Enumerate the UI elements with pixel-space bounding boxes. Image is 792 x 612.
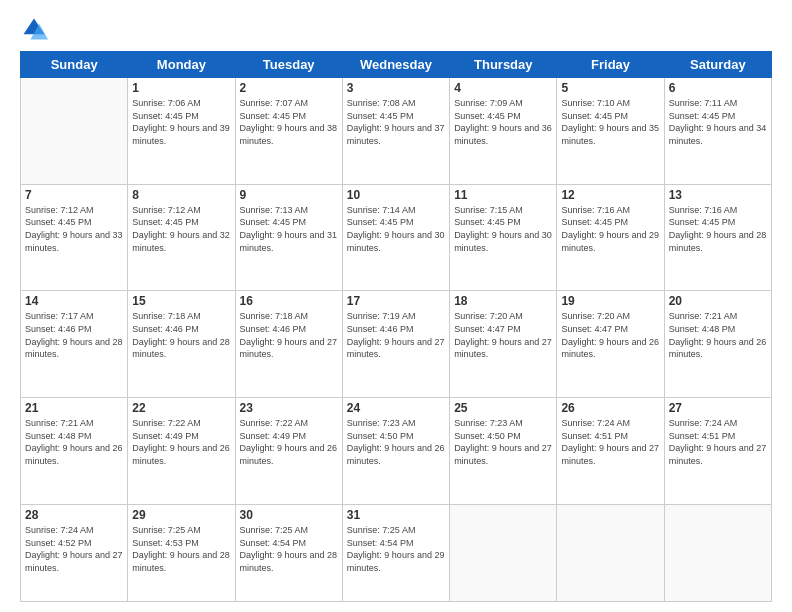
day-info: Sunrise: 7:24 AM Sunset: 4:51 PM Dayligh… [561,417,659,467]
day-number: 3 [347,81,445,95]
calendar-cell: 27Sunrise: 7:24 AM Sunset: 4:51 PM Dayli… [664,398,771,505]
day-number: 1 [132,81,230,95]
calendar-cell: 25Sunrise: 7:23 AM Sunset: 4:50 PM Dayli… [450,398,557,505]
day-number: 21 [25,401,123,415]
calendar-cell: 3Sunrise: 7:08 AM Sunset: 4:45 PM Daylig… [342,78,449,185]
calendar-cell: 22Sunrise: 7:22 AM Sunset: 4:49 PM Dayli… [128,398,235,505]
day-info: Sunrise: 7:25 AM Sunset: 4:54 PM Dayligh… [240,524,338,574]
calendar-cell: 12Sunrise: 7:16 AM Sunset: 4:45 PM Dayli… [557,184,664,291]
calendar-cell [664,504,771,601]
day-number: 14 [25,294,123,308]
day-number: 5 [561,81,659,95]
day-info: Sunrise: 7:25 AM Sunset: 4:53 PM Dayligh… [132,524,230,574]
day-info: Sunrise: 7:12 AM Sunset: 4:45 PM Dayligh… [132,204,230,254]
calendar-week-row: 21Sunrise: 7:21 AM Sunset: 4:48 PM Dayli… [21,398,772,505]
day-number: 24 [347,401,445,415]
day-number: 15 [132,294,230,308]
day-info: Sunrise: 7:23 AM Sunset: 4:50 PM Dayligh… [347,417,445,467]
weekday-header: Thursday [450,52,557,78]
calendar-cell: 5Sunrise: 7:10 AM Sunset: 4:45 PM Daylig… [557,78,664,185]
calendar-cell: 21Sunrise: 7:21 AM Sunset: 4:48 PM Dayli… [21,398,128,505]
calendar-cell: 31Sunrise: 7:25 AM Sunset: 4:54 PM Dayli… [342,504,449,601]
day-number: 2 [240,81,338,95]
day-info: Sunrise: 7:09 AM Sunset: 4:45 PM Dayligh… [454,97,552,147]
day-number: 16 [240,294,338,308]
calendar-cell: 7Sunrise: 7:12 AM Sunset: 4:45 PM Daylig… [21,184,128,291]
day-info: Sunrise: 7:14 AM Sunset: 4:45 PM Dayligh… [347,204,445,254]
calendar-week-row: 1Sunrise: 7:06 AM Sunset: 4:45 PM Daylig… [21,78,772,185]
logo [20,15,52,43]
day-number: 28 [25,508,123,522]
calendar-cell: 16Sunrise: 7:18 AM Sunset: 4:46 PM Dayli… [235,291,342,398]
weekday-header: Sunday [21,52,128,78]
day-info: Sunrise: 7:21 AM Sunset: 4:48 PM Dayligh… [25,417,123,467]
logo-icon [20,15,48,43]
day-info: Sunrise: 7:11 AM Sunset: 4:45 PM Dayligh… [669,97,767,147]
weekday-header: Tuesday [235,52,342,78]
calendar-week-row: 7Sunrise: 7:12 AM Sunset: 4:45 PM Daylig… [21,184,772,291]
calendar-cell: 9Sunrise: 7:13 AM Sunset: 4:45 PM Daylig… [235,184,342,291]
day-info: Sunrise: 7:20 AM Sunset: 4:47 PM Dayligh… [454,310,552,360]
header [20,15,772,43]
day-info: Sunrise: 7:15 AM Sunset: 4:45 PM Dayligh… [454,204,552,254]
calendar-cell: 29Sunrise: 7:25 AM Sunset: 4:53 PM Dayli… [128,504,235,601]
day-info: Sunrise: 7:22 AM Sunset: 4:49 PM Dayligh… [132,417,230,467]
day-number: 20 [669,294,767,308]
calendar-cell: 23Sunrise: 7:22 AM Sunset: 4:49 PM Dayli… [235,398,342,505]
day-number: 4 [454,81,552,95]
day-info: Sunrise: 7:06 AM Sunset: 4:45 PM Dayligh… [132,97,230,147]
day-info: Sunrise: 7:24 AM Sunset: 4:51 PM Dayligh… [669,417,767,467]
calendar-cell: 19Sunrise: 7:20 AM Sunset: 4:47 PM Dayli… [557,291,664,398]
calendar-cell: 18Sunrise: 7:20 AM Sunset: 4:47 PM Dayli… [450,291,557,398]
day-number: 11 [454,188,552,202]
day-number: 7 [25,188,123,202]
calendar-table: SundayMondayTuesdayWednesdayThursdayFrid… [20,51,772,602]
day-number: 23 [240,401,338,415]
weekday-header: Wednesday [342,52,449,78]
calendar-cell: 20Sunrise: 7:21 AM Sunset: 4:48 PM Dayli… [664,291,771,398]
calendar-cell: 28Sunrise: 7:24 AM Sunset: 4:52 PM Dayli… [21,504,128,601]
day-number: 26 [561,401,659,415]
calendar-cell: 17Sunrise: 7:19 AM Sunset: 4:46 PM Dayli… [342,291,449,398]
weekday-header-row: SundayMondayTuesdayWednesdayThursdayFrid… [21,52,772,78]
calendar-week-row: 14Sunrise: 7:17 AM Sunset: 4:46 PM Dayli… [21,291,772,398]
calendar-cell: 6Sunrise: 7:11 AM Sunset: 4:45 PM Daylig… [664,78,771,185]
page: SundayMondayTuesdayWednesdayThursdayFrid… [0,0,792,612]
day-number: 10 [347,188,445,202]
calendar-cell: 30Sunrise: 7:25 AM Sunset: 4:54 PM Dayli… [235,504,342,601]
calendar-week-row: 28Sunrise: 7:24 AM Sunset: 4:52 PM Dayli… [21,504,772,601]
day-info: Sunrise: 7:18 AM Sunset: 4:46 PM Dayligh… [132,310,230,360]
day-number: 27 [669,401,767,415]
day-info: Sunrise: 7:16 AM Sunset: 4:45 PM Dayligh… [669,204,767,254]
day-info: Sunrise: 7:23 AM Sunset: 4:50 PM Dayligh… [454,417,552,467]
calendar-cell: 10Sunrise: 7:14 AM Sunset: 4:45 PM Dayli… [342,184,449,291]
day-info: Sunrise: 7:18 AM Sunset: 4:46 PM Dayligh… [240,310,338,360]
day-number: 13 [669,188,767,202]
day-number: 9 [240,188,338,202]
day-info: Sunrise: 7:16 AM Sunset: 4:45 PM Dayligh… [561,204,659,254]
day-info: Sunrise: 7:08 AM Sunset: 4:45 PM Dayligh… [347,97,445,147]
day-number: 22 [132,401,230,415]
day-info: Sunrise: 7:19 AM Sunset: 4:46 PM Dayligh… [347,310,445,360]
day-info: Sunrise: 7:12 AM Sunset: 4:45 PM Dayligh… [25,204,123,254]
calendar-cell: 8Sunrise: 7:12 AM Sunset: 4:45 PM Daylig… [128,184,235,291]
calendar-cell: 4Sunrise: 7:09 AM Sunset: 4:45 PM Daylig… [450,78,557,185]
calendar-cell [557,504,664,601]
day-number: 17 [347,294,445,308]
day-number: 29 [132,508,230,522]
day-info: Sunrise: 7:21 AM Sunset: 4:48 PM Dayligh… [669,310,767,360]
calendar-cell: 11Sunrise: 7:15 AM Sunset: 4:45 PM Dayli… [450,184,557,291]
day-info: Sunrise: 7:25 AM Sunset: 4:54 PM Dayligh… [347,524,445,574]
day-number: 8 [132,188,230,202]
day-number: 30 [240,508,338,522]
day-number: 12 [561,188,659,202]
weekday-header: Monday [128,52,235,78]
day-number: 25 [454,401,552,415]
calendar-cell: 26Sunrise: 7:24 AM Sunset: 4:51 PM Dayli… [557,398,664,505]
calendar-cell [21,78,128,185]
day-info: Sunrise: 7:17 AM Sunset: 4:46 PM Dayligh… [25,310,123,360]
day-number: 6 [669,81,767,95]
day-info: Sunrise: 7:24 AM Sunset: 4:52 PM Dayligh… [25,524,123,574]
calendar-cell: 2Sunrise: 7:07 AM Sunset: 4:45 PM Daylig… [235,78,342,185]
weekday-header: Saturday [664,52,771,78]
